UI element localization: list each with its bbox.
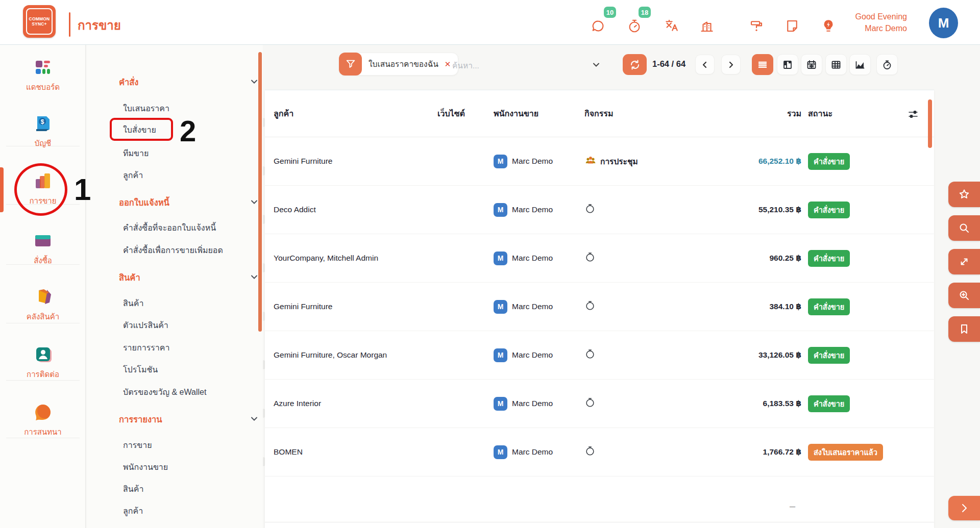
sticky-note-icon[interactable] — [785, 18, 800, 34]
menu-item-quotations[interactable]: ใบเสนอราคา — [123, 102, 169, 115]
table-row[interactable]: Gemini Furniture, Oscar Morgan M Marc De… — [265, 331, 934, 380]
table-row[interactable]: Gemini Furniture M Marc Demo 384.10 ฿ คำ… — [265, 283, 934, 331]
customer-cell[interactable]: Gemini Furniture — [274, 302, 437, 311]
header-activities[interactable]: กิจกรรม — [584, 107, 712, 120]
customer-cell[interactable]: Azure Interior — [274, 399, 437, 408]
view-kanban-button[interactable] — [777, 54, 798, 75]
view-calendar-button[interactable] — [801, 54, 822, 75]
paint-roller-icon[interactable] — [749, 18, 764, 34]
activity-cell[interactable] — [584, 445, 712, 459]
user-avatar[interactable]: M — [929, 8, 958, 38]
header-customer[interactable]: ลูกค้า — [274, 107, 437, 120]
menu-item-gift-cards[interactable]: บัตรของขวัญ & eWallet — [123, 386, 206, 398]
menu-item-report-customers[interactable]: ลูกค้า — [123, 505, 143, 517]
favorite-button[interactable] — [948, 182, 980, 207]
next-page-button[interactable] — [721, 55, 741, 74]
menu-item-report-products[interactable]: สินค้า — [123, 483, 143, 495]
total-cell[interactable]: 6,183.53 ฿ — [712, 399, 801, 408]
menu-item-orders-to-invoice[interactable]: คำสั่งซื้อที่จะออกใบแจ้งหนี้ — [123, 221, 216, 234]
prev-page-button[interactable] — [695, 55, 715, 74]
next-panel-button[interactable] — [948, 496, 980, 520]
activity-cell[interactable] — [584, 348, 712, 362]
translate-icon[interactable] — [664, 18, 679, 34]
customer-cell[interactable]: Gemini Furniture — [274, 157, 437, 166]
menu-item-promotions[interactable]: โปรโมชัน — [123, 363, 158, 376]
bookmark-button[interactable] — [948, 316, 980, 342]
chevron-down-icon — [251, 415, 258, 422]
total-cell[interactable]: 33,126.05 ฿ — [712, 350, 801, 360]
search-button[interactable] — [948, 215, 980, 241]
stopwatch-icon[interactable] — [627, 18, 642, 34]
menu-item-report-sales[interactable]: การขาย — [123, 439, 152, 451]
menu-section-reporting[interactable]: การรายงาน — [119, 413, 162, 426]
sidebar-item-purchase[interactable]: สั่งซื้อ — [0, 230, 86, 267]
activity-cell[interactable] — [584, 300, 712, 313]
column-settings-icon[interactable] — [908, 109, 919, 120]
sidebar-item-discuss[interactable]: การสนทนา — [0, 401, 86, 438]
expand-button[interactable] — [948, 249, 980, 274]
pagination-range: 1-64 / 64 — [652, 59, 685, 69]
lightbulb-bolt-icon[interactable] — [821, 18, 836, 34]
clock-icon — [584, 252, 596, 265]
table-row[interactable]: YourCompany, Mitchell Admin M Marc Demo … — [265, 234, 934, 283]
building-icon[interactable] — [699, 18, 715, 34]
customer-cell[interactable]: Deco Addict — [274, 205, 437, 214]
common-sync-logo[interactable]: COMMONSYNC+ — [23, 5, 56, 38]
total-cell[interactable]: 960.25 ฿ — [712, 254, 801, 263]
search-input[interactable]: ค้นหา... — [452, 59, 479, 72]
customer-cell[interactable]: Gemini Furniture, Oscar Morgan — [274, 350, 437, 360]
header-status[interactable]: สถานะ — [808, 107, 895, 120]
menu-item-product-variants[interactable]: ตัวแปรสินค้า — [123, 319, 168, 332]
header-salesperson[interactable]: พนักงานขาย — [494, 107, 584, 120]
total-cell[interactable]: 1,766.72 ฿ — [712, 447, 801, 457]
total-cell[interactable]: 384.10 ฿ — [712, 302, 801, 311]
menu-item-report-salespersons[interactable]: พนักงานขาย — [123, 461, 168, 473]
sidebar-item-contacts[interactable]: การติดต่อ — [0, 344, 86, 381]
refresh-button[interactable] — [623, 54, 647, 75]
view-list-button[interactable] — [752, 54, 773, 75]
table-row[interactable]: BOMEN M Marc Demo 1,766.72 ฿ ส่งใบเสนอรา… — [265, 428, 934, 476]
table-scrollbar[interactable] — [928, 99, 932, 148]
annotation-number-1: 1 — [74, 174, 91, 205]
menu-item-pricelists[interactable]: รายการราคา — [123, 341, 169, 354]
activity-cell[interactable]: การประชุม — [584, 154, 712, 168]
clock-icon — [584, 300, 596, 313]
sidebar-item-dashboard[interactable]: แดชบอร์ด — [0, 57, 86, 93]
menu-item-customers[interactable]: ลูกค้า — [123, 169, 143, 182]
menu-item-sales-teams[interactable]: ทีมขาย — [123, 147, 149, 160]
salesperson-cell: M Marc Demo — [494, 300, 584, 314]
view-pivot-button[interactable] — [825, 54, 847, 75]
menu-item-products[interactable]: สินค้า — [123, 297, 143, 310]
remove-filter-icon[interactable]: ✕ — [445, 60, 451, 69]
total-cell[interactable]: 55,210.35 ฿ — [712, 205, 801, 214]
footer-total-placeholder: – — [790, 500, 795, 512]
table-row[interactable]: Azure Interior M Marc Demo 6,183.53 ฿ คำ… — [265, 380, 934, 428]
search-dropdown-chevron-icon[interactable] — [592, 61, 600, 69]
menu-section-orders[interactable]: คำสั่ง — [119, 76, 138, 89]
table-row[interactable]: Deco Addict M Marc Demo 55,210.35 ฿ คำสั… — [265, 186, 934, 234]
zoom-in-button[interactable] — [948, 283, 980, 308]
menu-section-invoicing[interactable]: ออกใบแจ้งหนี้ — [119, 196, 169, 209]
view-activity-button[interactable] — [876, 54, 898, 75]
menu-scrollbar[interactable] — [258, 52, 262, 332]
chat-bubble-icon[interactable] — [591, 18, 606, 34]
view-graph-button[interactable] — [849, 54, 871, 75]
sidebar-item-inventory[interactable]: คลังสินค้า — [0, 286, 86, 323]
customer-cell[interactable]: YourCompany, Mitchell Admin — [274, 254, 437, 263]
active-filter-chip[interactable]: ใบเสนอราคาของฉัน ✕ — [339, 53, 458, 76]
header-website[interactable]: เว็บไซต์ — [437, 107, 494, 120]
activity-cell[interactable] — [584, 252, 712, 265]
filter-label: ใบเสนอราคาของฉัน — [369, 58, 438, 70]
status-cell: คำสั่งขาย — [808, 347, 895, 364]
status-badge: คำสั่งขาย — [808, 153, 850, 170]
topbar: COMMONSYNC+ การขาย 10 18 Good Eve — [0, 0, 980, 45]
menu-item-orders-to-upsell[interactable]: คำสั่งซื้อเพื่อการขายเพิ่มยอด — [123, 244, 223, 257]
activity-cell[interactable] — [584, 397, 712, 410]
header-total[interactable]: รวม — [712, 107, 801, 120]
sidebar-item-accounting[interactable]: $ บัญชี — [0, 113, 86, 149]
menu-section-products[interactable]: สินค้า — [119, 271, 140, 284]
customer-cell[interactable]: BOMEN — [274, 447, 437, 457]
total-cell[interactable]: 66,252.10 ฿ — [712, 157, 801, 166]
activity-cell[interactable] — [584, 203, 712, 216]
table-row[interactable]: Gemini Furniture M Marc Demo การประชุม 6… — [265, 137, 934, 186]
